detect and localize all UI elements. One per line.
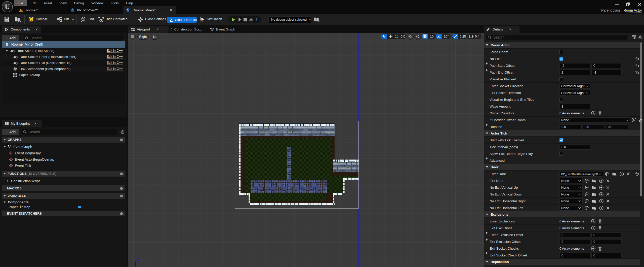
svg-text:?: ? <box>30 18 32 22</box>
